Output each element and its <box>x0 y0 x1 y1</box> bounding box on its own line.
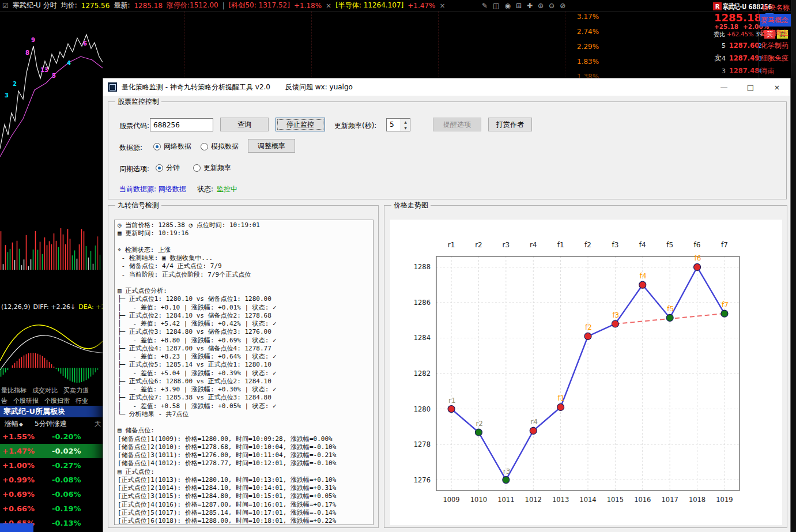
svg-text:1019: 1019 <box>716 496 733 504</box>
log-line: [正式点位]6(1018): 价格=1288.00, 时间=10:18:01, … <box>118 517 373 525</box>
svg-text:f2: f2 <box>585 323 592 331</box>
sector-row[interactable]: +1.00%-0.27% <box>0 458 103 473</box>
indicator-tab[interactable]: 量比指标 <box>1 386 27 395</box>
radio-label: 分钟 <box>166 163 180 173</box>
radio-icon <box>201 143 208 150</box>
macd-diff: DIFF: +2.26↓ <box>33 303 76 311</box>
stock-code-label: 股票代码: <box>119 121 149 131</box>
ask-row: 41287.493 <box>722 52 762 65</box>
svg-text:r1: r1 <box>448 397 456 405</box>
log-line <box>118 279 373 287</box>
indicator-tab[interactable]: 个股扫雷 <box>44 397 70 405</box>
update-freq-label: 更新频率(秒): <box>334 121 376 131</box>
log-line: ├─ 正式点位5: 1285.14 vs 正式点位1: 1280.10 <box>118 361 373 369</box>
signal-log[interactable]: ◷ 当前价格: 1285.38 ◔ 点位时间: 10:19:01▦ 更新时间: … <box>114 220 374 525</box>
index1-label[interactable]: [科创50: 1317.52] <box>229 1 290 10</box>
price-chart-group: 价格走势图 r1r2r3r4f1f2f3f4f5f6f7r1r2r3r4f1f2… <box>384 205 787 528</box>
radio-update-freq[interactable]: 更新频率 <box>193 163 231 173</box>
stock-code-input[interactable]: 688256 <box>150 118 213 131</box>
toolbar-icon[interactable]: ◉ <box>504 2 510 10</box>
sector-row[interactable]: +0.69%-0.06% <box>0 487 103 501</box>
svg-text:1013: 1013 <box>552 496 569 504</box>
toolbar-icon[interactable]: ⊘ <box>560 2 565 10</box>
indicator-tab[interactable]: 告 <box>1 397 7 405</box>
toolbar-icon[interactable]: ✚ <box>527 2 533 10</box>
dialog-titlebar[interactable]: 量化策略监测 - 神奇九转策略分析提醒工具 v2.0 反馈问题 wx: yual… <box>103 78 790 96</box>
svg-text:f2: f2 <box>584 241 591 249</box>
radio-minute[interactable]: 分钟 <box>156 163 180 173</box>
svg-text:1288: 1288 <box>414 263 431 271</box>
strategy-dialog: 量化策略监测 - 神奇九转策略分析提醒工具 v2.0 反馈问题 wx: yual… <box>103 78 791 532</box>
avg-price-value: 1275.56 <box>81 2 110 10</box>
index2-close-icon[interactable]: × <box>439 2 445 10</box>
log-line: [储备点位]2(1010): 价格=1278.68, 时间=10:10:04, … <box>118 443 373 451</box>
sector-change: +1.55% <box>0 432 52 441</box>
svg-text:r3: r3 <box>503 467 511 476</box>
radio-network-data[interactable]: 网络数据 <box>153 142 191 152</box>
macd-dea: DEA: +2.5 <box>78 303 103 311</box>
radio-sim-data[interactable]: 模拟数据 <box>201 142 239 152</box>
toolbar-icon[interactable]: ◫ <box>493 2 499 10</box>
price-chart-canvas: r1r2r3r4f1f2f3f4f5f6f7r1r2r3r4f1f2f3f4f5… <box>390 220 782 525</box>
sector-list-item[interactable]: 赛马概念 <box>760 14 792 27</box>
axis-percent-labels: 3.17%2.74%2.29%1.83%1.38% <box>577 9 599 84</box>
svg-text:f5: f5 <box>667 305 674 313</box>
radio-label: 模拟数据 <box>211 142 239 152</box>
app-icon <box>108 82 117 92</box>
indicator-tab[interactable]: 买卖力道 <box>63 386 89 395</box>
last-price: 1285.18 <box>714 12 761 24</box>
sector-change: +0.66% <box>0 504 52 513</box>
svg-text:f3: f3 <box>612 311 619 319</box>
query-button[interactable]: 查询 <box>220 118 269 131</box>
turn-mark: 2 <box>13 81 17 87</box>
log-line: [储备点位]4(1012): 价格=1278.77, 时间=10:12:01, … <box>118 459 373 467</box>
price-change: +25.18 <box>714 23 738 30</box>
spinner-down-icon[interactable]: ▼ <box>401 125 410 131</box>
column-speed[interactable]: 5分钟涨速 <box>35 419 67 429</box>
sector-row[interactable]: +1.47%-0.02% <box>0 444 103 458</box>
log-line: [储备点位]3(1011): 价格=1276.00, 时间=10:11:04, … <box>118 451 373 459</box>
status-value: 监控中 <box>217 184 237 194</box>
toolbar-icon[interactable]: ⊞ <box>516 2 522 10</box>
indicator-tab[interactable]: 成交对比 <box>32 386 58 395</box>
turn-mark: 4 <box>67 60 71 66</box>
sort-icon: ◆ <box>19 421 23 427</box>
toolbar-icon[interactable]: ⊕ <box>538 2 544 10</box>
svg-text:f1: f1 <box>558 394 565 402</box>
column-change[interactable]: 涨幅◆ <box>5 419 23 429</box>
turn-mark: 6 <box>83 40 87 47</box>
toolbar-icon[interactable]: ⊖ <box>549 2 554 10</box>
indicator-tab[interactable]: 个股研报 <box>13 397 39 405</box>
screen: ☑ 寒武纪-U 分时 均价: 1275.56 最新: 1285.18 涨停价:1… <box>0 0 796 532</box>
sector-list-item[interactable]: 化学制药 <box>760 39 792 52</box>
window-buttons: — □ × <box>711 78 790 96</box>
adjust-probability-button[interactable]: 调整概率 <box>248 139 295 153</box>
sector-list-item[interactable]: 医药商业 <box>760 27 792 39</box>
index1-close-icon[interactable]: × <box>326 2 331 10</box>
update-freq-spinner[interactable]: 5 ▲ ▼ <box>386 118 410 131</box>
sector-row[interactable]: +0.99%-0.08% <box>0 473 103 487</box>
indicator-tab[interactable]: 行业 <box>76 397 88 405</box>
sector-list-item[interactable]: 细胞免疫 <box>760 52 792 65</box>
close-button[interactable]: × <box>764 78 790 96</box>
macd-params: (12,26,9) <box>1 303 31 311</box>
ask-price: 1287.48 <box>729 67 757 75</box>
sector-row[interactable]: +0.66%-0.19% <box>0 501 103 516</box>
minimize-button[interactable]: — <box>711 78 737 96</box>
checkbox-icon[interactable]: ☑ <box>2 2 9 10</box>
maximize-button[interactable]: □ <box>737 78 764 96</box>
spinner-up-icon[interactable]: ▲ <box>401 119 410 125</box>
index2-label[interactable]: [半导体: 11264.107] <box>335 1 403 10</box>
column-partial: 天 <box>95 419 101 429</box>
reward-author-button[interactable]: 打赏作者 <box>488 118 532 131</box>
current-datasource-text: 当前数据源: 网络数据 <box>119 184 186 194</box>
stop-monitor-button[interactable]: 停止监控 <box>276 118 325 131</box>
sector-list-item[interactable]: 海南 <box>760 65 792 77</box>
svg-text:1017: 1017 <box>662 496 678 504</box>
toolbar-icon[interactable]: ✎ <box>482 2 488 10</box>
sector-row[interactable]: +1.55%-0.20% <box>0 429 103 444</box>
log-line: ├─ 正式点位6: 1288.00 vs 正式点位2: 1284.10 <box>118 378 373 386</box>
ask-price: 1287.60 <box>729 41 757 50</box>
right-scrollbar[interactable] <box>791 0 796 532</box>
stock-name-label: 寒武纪-U 分时 <box>13 1 57 10</box>
